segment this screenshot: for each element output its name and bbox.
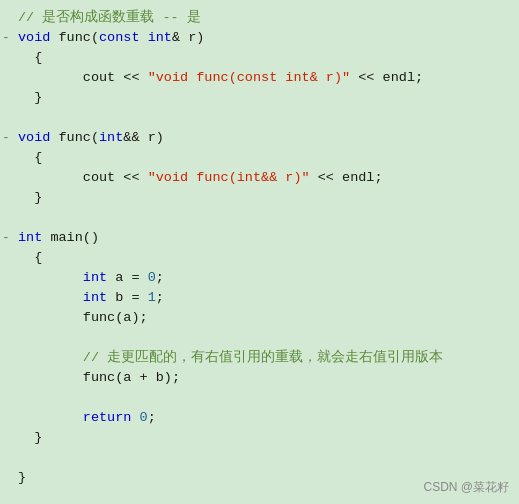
code-segment-normal: ; <box>156 290 164 305</box>
code-segment-keyword: void <box>18 30 50 45</box>
code-line <box>0 328 519 348</box>
line-content <box>14 448 509 468</box>
code-segment-keyword: const <box>99 30 140 45</box>
code-line: // 是否构成函数重载 -- 是 <box>0 8 519 28</box>
code-segment-normal <box>18 290 83 305</box>
code-segment-keyword: return <box>83 410 132 425</box>
line-content: func(a); <box>14 308 509 328</box>
line-content: cout << "void func(const int& r)" << end… <box>14 68 509 88</box>
line-content: int b = 1; <box>14 288 509 308</box>
code-line: return 0; <box>0 408 519 428</box>
watermark: CSDN @菜花籽 <box>423 479 509 496</box>
code-segment-keyword: int <box>148 30 172 45</box>
code-line <box>0 448 519 468</box>
code-segment-normal: func( <box>50 30 99 45</box>
code-segment-string: "void func(const int& r)" <box>148 70 351 85</box>
code-segment-normal: func(a + b); <box>18 370 180 385</box>
code-segment-string: "void func(int&& r)" <box>148 170 310 185</box>
line-content <box>14 388 509 408</box>
line-content: } <box>14 428 509 448</box>
code-line: cout << "void func(int&& r)" << endl; <box>0 168 519 188</box>
code-segment-number: 0 <box>140 410 148 425</box>
code-line: -int main() <box>0 228 519 248</box>
code-line: -void func(const int& r) <box>0 28 519 48</box>
code-line: { <box>0 148 519 168</box>
code-segment-normal: & r) <box>172 30 204 45</box>
code-segment-keyword: void <box>18 130 50 145</box>
line-content: int main() <box>14 228 509 248</box>
code-segment-normal: } <box>18 470 26 485</box>
code-line: { <box>0 248 519 268</box>
code-segment-comment: // 走更匹配的，有右值引用的重载，就会走右值引用版本 <box>18 350 443 365</box>
code-segment-normal: && r) <box>123 130 164 145</box>
code-line: func(a); <box>0 308 519 328</box>
code-line: func(a + b); <box>0 368 519 388</box>
code-segment-number: 0 <box>148 270 156 285</box>
line-content: { <box>14 148 509 168</box>
code-line: } <box>0 428 519 448</box>
code-segment-normal: { <box>18 250 42 265</box>
code-segment-normal: } <box>18 430 42 445</box>
code-segment-normal <box>131 410 139 425</box>
code-segment-keyword: int <box>83 290 107 305</box>
code-line: } <box>0 88 519 108</box>
line-content: } <box>14 88 509 108</box>
code-line <box>0 108 519 128</box>
code-line: int a = 0; <box>0 268 519 288</box>
line-content: int a = 0; <box>14 268 509 288</box>
line-content: return 0; <box>14 408 509 428</box>
line-content <box>14 328 509 348</box>
fold-marker: - <box>0 28 14 48</box>
line-content: void func(const int& r) <box>14 28 509 48</box>
code-segment-normal: func(a); <box>18 310 148 325</box>
code-editor: // 是否构成函数重载 -- 是-void func(const int& r)… <box>0 0 519 504</box>
code-segment-normal: cout << <box>18 170 148 185</box>
code-segment-normal: { <box>18 150 42 165</box>
code-segment-normal: << endl; <box>310 170 383 185</box>
code-segment-normal: b = <box>107 290 148 305</box>
code-segment-normal: } <box>18 90 42 105</box>
line-content: // 走更匹配的，有右值引用的重载，就会走右值引用版本 <box>14 348 509 368</box>
code-segment-normal: ; <box>156 270 164 285</box>
code-segment-normal: cout << <box>18 70 148 85</box>
code-segment-keyword: int <box>18 230 42 245</box>
code-segment-normal <box>140 30 148 45</box>
code-segment-normal: main() <box>42 230 99 245</box>
line-content: { <box>14 48 509 68</box>
line-content <box>14 108 509 128</box>
code-segment-normal <box>18 410 83 425</box>
code-line <box>0 208 519 228</box>
code-segment-comment: // 是否构成函数重载 -- 是 <box>18 10 201 25</box>
code-segment-number: 1 <box>148 290 156 305</box>
line-content: // 是否构成函数重载 -- 是 <box>14 8 509 28</box>
fold-marker: - <box>0 128 14 148</box>
code-segment-normal <box>18 270 83 285</box>
code-segment-keyword: int <box>99 130 123 145</box>
code-line: cout << "void func(const int& r)" << end… <box>0 68 519 88</box>
code-line: { <box>0 48 519 68</box>
code-line: -void func(int&& r) <box>0 128 519 148</box>
line-content: { <box>14 248 509 268</box>
line-content: } <box>14 188 509 208</box>
line-content <box>14 208 509 228</box>
code-line: int b = 1; <box>0 288 519 308</box>
code-segment-normal: func( <box>50 130 99 145</box>
line-content: void func(int&& r) <box>14 128 509 148</box>
code-segment-normal: ; <box>148 410 156 425</box>
code-segment-keyword: int <box>83 270 107 285</box>
line-content: func(a + b); <box>14 368 509 388</box>
code-line: // 走更匹配的，有右值引用的重载，就会走右值引用版本 <box>0 348 519 368</box>
fold-marker: - <box>0 228 14 248</box>
code-segment-normal: a = <box>107 270 148 285</box>
code-segment-normal: { <box>18 50 42 65</box>
line-content: cout << "void func(int&& r)" << endl; <box>14 168 509 188</box>
code-line: } <box>0 188 519 208</box>
code-segment-normal: << endl; <box>350 70 423 85</box>
code-line <box>0 388 519 408</box>
code-segment-normal: } <box>18 190 42 205</box>
